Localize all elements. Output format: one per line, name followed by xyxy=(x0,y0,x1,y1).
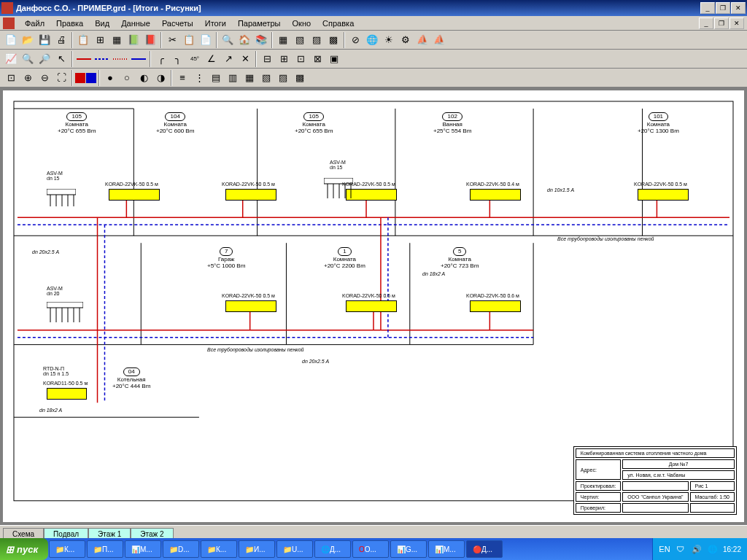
start-button[interactable]: ⊞ пуск xyxy=(0,538,48,560)
menu-help[interactable]: Справка xyxy=(317,18,360,29)
table-icon[interactable]: ⊞ xyxy=(92,32,108,48)
menu-calc[interactable]: Расчеты xyxy=(156,18,199,29)
node3-icon[interactable]: ◐ xyxy=(136,70,152,86)
task-item[interactable]: 📊 G... xyxy=(390,540,427,558)
pattern1-icon[interactable]: ≡ xyxy=(174,70,190,86)
stop-icon[interactable]: ⊘ xyxy=(347,32,363,48)
menu-data[interactable]: Данные xyxy=(115,18,156,29)
mdi-close-button[interactable]: ✕ xyxy=(729,18,744,29)
task-item[interactable]: 📁 D... xyxy=(163,540,199,558)
zoom-in-icon[interactable]: 🔍 xyxy=(20,51,36,67)
menu-edit[interactable]: Правка xyxy=(50,18,89,29)
task-item[interactable]: 📊 M... xyxy=(428,540,465,558)
find-icon[interactable]: 🔍 xyxy=(220,32,236,48)
layout1-icon[interactable]: ⊟ xyxy=(259,51,275,67)
layout3-icon[interactable]: ⊡ xyxy=(293,51,309,67)
zoom-region-icon[interactable]: ⊡ xyxy=(3,70,19,86)
tray-volume-icon[interactable]: 🔊 xyxy=(691,543,703,555)
fit-icon[interactable]: ⛶ xyxy=(53,70,69,86)
new-file-icon[interactable]: 📄 xyxy=(3,32,19,48)
sun-icon[interactable]: ☀ xyxy=(381,32,397,48)
ship1-icon[interactable]: ⛵ xyxy=(414,32,430,48)
color1-icon[interactable] xyxy=(75,73,85,83)
task-item[interactable]: 🌐 Д... xyxy=(314,540,351,558)
node2-icon[interactable]: ○ xyxy=(119,70,135,86)
pattern6-icon[interactable]: ▧ xyxy=(258,70,274,86)
layout2-icon[interactable]: ⊞ xyxy=(276,51,292,67)
lang-indicator[interactable]: EN xyxy=(659,543,670,555)
pattern8-icon[interactable]: ▩ xyxy=(292,70,308,86)
catalog2-icon[interactable]: 📕 xyxy=(142,32,158,48)
library-icon[interactable]: 📚 xyxy=(253,32,269,48)
grid3-icon[interactable]: ▨ xyxy=(309,32,325,48)
zoom-minus-icon[interactable]: ⊖ xyxy=(36,70,53,86)
paste-icon[interactable]: 📄 xyxy=(198,32,214,48)
save-icon[interactable]: 💾 xyxy=(36,32,53,48)
print-icon[interactable]: 🖨 xyxy=(53,32,69,48)
layout5-icon[interactable]: ▣ xyxy=(326,51,342,67)
globe-icon[interactable]: 🌐 xyxy=(364,32,380,48)
node4-icon[interactable]: ◑ xyxy=(152,70,169,86)
pattern7-icon[interactable]: ▨ xyxy=(275,70,291,86)
node1-icon[interactable]: ● xyxy=(102,70,118,86)
task-item[interactable]: 📁 U... xyxy=(276,540,313,558)
manifold-2 xyxy=(324,178,353,203)
maximize-button[interactable]: ❐ xyxy=(716,2,730,14)
menu-results[interactable]: Итоги xyxy=(199,18,232,29)
pattern5-icon[interactable]: ▦ xyxy=(241,70,258,86)
drawing-paper[interactable]: 105Комната+20°C 655 Вm 104Комната+20°C 6… xyxy=(3,90,744,522)
red-solid-line[interactable] xyxy=(75,52,93,66)
task-item[interactable]: 📊 M... xyxy=(125,540,161,558)
tray-network-icon[interactable]: 🌐 xyxy=(707,543,719,555)
angle-icon[interactable]: ∠ xyxy=(204,51,220,67)
grid2-icon[interactable]: ▧ xyxy=(292,32,308,48)
mdi-maximize-button[interactable]: ❐ xyxy=(714,18,729,29)
task-item[interactable]: 📁 И... xyxy=(239,540,275,558)
floor-icon[interactable]: ▦ xyxy=(109,32,125,48)
clock[interactable]: 16:22 xyxy=(723,545,741,553)
ship2-icon[interactable]: ⛵ xyxy=(431,32,447,48)
window-title: Данфосс С.О. - ПРИМЕР.grd - [Итоги - Рис… xyxy=(16,4,700,12)
layout4-icon[interactable]: ⊠ xyxy=(309,51,325,67)
task-item[interactable]: 📁 К... xyxy=(201,540,237,558)
task-item[interactable]: 📁 К... xyxy=(49,540,85,558)
task-item[interactable]: 📁 П... xyxy=(87,540,123,558)
cut-icon[interactable]: ✂ xyxy=(164,32,180,48)
grid4-icon[interactable]: ▩ xyxy=(325,32,341,48)
arrow-icon[interactable]: ↗ xyxy=(220,51,236,67)
copy-icon[interactable]: 📋 xyxy=(181,32,197,48)
angle45-icon[interactable]: 45° xyxy=(187,51,203,67)
blue-dashed-line[interactable] xyxy=(93,52,111,66)
pattern2-icon[interactable]: ⋮ xyxy=(191,70,207,86)
arc2-icon[interactable]: ╮ xyxy=(170,51,186,67)
chart-icon[interactable]: 📈 xyxy=(3,51,19,67)
data-icon[interactable]: 📋 xyxy=(75,32,91,48)
svg-rect-46 xyxy=(47,302,83,308)
menu-view[interactable]: Вид xyxy=(89,18,115,29)
pattern3-icon[interactable]: ▤ xyxy=(208,70,224,86)
open-file-icon[interactable]: 📂 xyxy=(20,32,36,48)
blue-solid-line[interactable] xyxy=(130,52,147,66)
settings-icon[interactable]: ⚙ xyxy=(398,32,414,48)
room-101: 101Комната+20°C 1300 Вm xyxy=(638,112,679,135)
minimize-button[interactable]: _ xyxy=(700,2,715,14)
menu-params[interactable]: Параметры xyxy=(232,18,287,29)
close-button[interactable]: ✕ xyxy=(731,2,746,14)
pattern4-icon[interactable]: ▥ xyxy=(225,70,241,86)
zoom-plus-icon[interactable]: ⊕ xyxy=(20,70,36,86)
tray-icon[interactable]: 🛡 xyxy=(675,543,686,555)
home-icon[interactable]: 🏠 xyxy=(236,32,252,48)
menu-window[interactable]: Окно xyxy=(287,18,317,29)
pointer-icon[interactable]: ↖ xyxy=(53,51,69,67)
catalog-icon[interactable]: 📗 xyxy=(125,32,142,48)
menu-file[interactable]: Файл xyxy=(19,18,50,29)
task-item-active[interactable]: 🔴 Д... xyxy=(466,540,503,558)
zoom-out-icon[interactable]: 🔎 xyxy=(36,51,53,67)
arc1-icon[interactable]: ╭ xyxy=(153,51,169,67)
grid1-icon[interactable]: ▦ xyxy=(275,32,291,48)
mdi-minimize-button[interactable]: _ xyxy=(699,18,713,29)
task-item[interactable]: O О... xyxy=(352,540,389,558)
red-dotted-line[interactable] xyxy=(112,52,129,66)
color2-icon[interactable] xyxy=(86,73,96,83)
cross-icon[interactable]: ✕ xyxy=(237,51,253,67)
